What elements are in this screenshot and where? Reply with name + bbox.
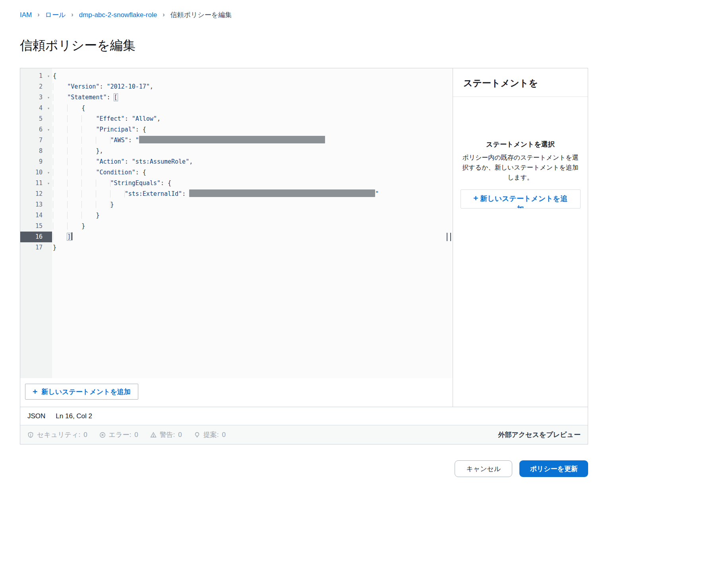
line-number: 17 — [20, 242, 52, 253]
code-line[interactable]: "Statement": [ — [53, 92, 453, 103]
gutter-line[interactable]: 13 — [20, 199, 52, 210]
gutter: 1▾23▾4▾56▾78910▾11▾121314151617 — [20, 68, 52, 378]
editor-status-bar: JSON Ln 16, Col 2 — [20, 407, 588, 425]
cursor-position: Ln 16, Col 2 — [56, 412, 92, 420]
code-token: { — [53, 72, 56, 79]
shield-icon — [27, 432, 34, 438]
cancel-button[interactable]: キャンセル — [455, 460, 512, 477]
gutter-line[interactable]: 1▾ — [20, 71, 52, 81]
fold-arrow-icon[interactable]: ▾ — [47, 92, 50, 103]
gutter-line[interactable]: 4▾ — [20, 103, 52, 114]
gutter-line[interactable]: 8 — [20, 146, 52, 156]
code-token: "2012-10-17" — [106, 83, 149, 90]
code-line[interactable]: { — [53, 71, 453, 81]
code-token — [53, 201, 110, 208]
gutter-line[interactable]: 2 — [20, 81, 52, 92]
gutter-line[interactable]: 10▾ — [20, 167, 52, 178]
code-token: } — [53, 244, 56, 251]
warning-findings: 警告: 0 — [150, 430, 182, 439]
code-token: } — [81, 222, 85, 230]
code-token: : — [99, 83, 106, 90]
side-panel-title: ステートメントを — [453, 68, 588, 97]
code-token — [53, 222, 81, 230]
chevron-right-icon: › — [37, 11, 39, 18]
code-token: } — [96, 212, 99, 219]
code-token — [53, 115, 96, 122]
code-token: : { — [136, 126, 146, 133]
breadcrumb-roles[interactable]: ロール — [45, 10, 66, 19]
code-token: "Allow" — [132, 115, 157, 122]
line-number: 14 — [20, 210, 52, 221]
code-token: }, — [96, 147, 103, 155]
plus-icon: + — [33, 387, 37, 396]
code-token: , — [150, 83, 153, 90]
code-token: : — [182, 190, 189, 197]
matched-bracket: [ — [114, 94, 118, 101]
chevron-right-icon: › — [163, 11, 165, 18]
code-token — [53, 180, 110, 187]
breadcrumb-role-name[interactable]: dmp-abc-2-snowflake-role — [79, 11, 157, 19]
breadcrumb-iam[interactable]: IAM — [20, 11, 32, 19]
gutter-line[interactable]: 16 — [20, 232, 52, 242]
line-number: 16 — [20, 232, 52, 242]
add-statement-button[interactable]: + 新しいステートメントを追加 — [25, 384, 138, 400]
json-code-editor[interactable]: 1▾23▾4▾56▾78910▾11▾121314151617 { "Versi… — [20, 68, 453, 378]
code-line[interactable]: "sts:ExternalId": " — [53, 189, 453, 199]
code-line[interactable]: "StringEquals": { — [53, 178, 453, 189]
code-token — [53, 190, 125, 197]
gutter-line[interactable]: 7 — [20, 135, 52, 146]
code-line[interactable]: "AWS": " — [53, 135, 453, 146]
code-token: " — [375, 190, 379, 197]
code-line[interactable]: } — [53, 221, 453, 232]
code-token: "Condition" — [96, 169, 135, 176]
code-token: "Action" — [96, 158, 124, 165]
fold-arrow-icon[interactable]: ▾ — [47, 71, 50, 81]
page-actions: キャンセル ポリシーを更新 — [20, 460, 588, 477]
matched-bracket: ] — [67, 233, 71, 240]
code-line[interactable]: ] — [53, 232, 453, 242]
code-lines[interactable]: { "Version": "2012-10-17", "Statement": … — [52, 68, 453, 378]
gutter-line[interactable]: 15 — [20, 221, 52, 232]
fold-arrow-icon[interactable]: ▾ — [47, 124, 50, 135]
gutter-line[interactable]: 17 — [20, 242, 52, 253]
empty-state-description: ポリシー内の既存のステートメントを選択するか、新しいステートメントを追加します。 — [461, 153, 581, 182]
code-line[interactable]: "Version": "2012-10-17", — [53, 81, 453, 92]
code-token: "AWS" — [110, 137, 128, 144]
code-line[interactable]: "Action": "sts:AssumeRole", — [53, 156, 453, 167]
code-token — [53, 147, 96, 155]
page-title: 信頼ポリシーを編集 — [20, 37, 588, 54]
warnings-label: 警告: — [160, 430, 175, 439]
gutter-line[interactable]: 5 — [20, 114, 52, 124]
code-line[interactable]: { — [53, 103, 453, 114]
gutter-line[interactable]: 3▾ — [20, 92, 52, 103]
code-line[interactable]: "Principal": { — [53, 124, 453, 135]
side-add-statement-button[interactable]: + 新しいステートメントを追加 — [461, 189, 581, 209]
code-line[interactable]: } — [53, 242, 453, 253]
fold-arrow-icon[interactable]: ▾ — [47, 103, 50, 114]
empty-state-title: ステートメントを選択 — [461, 140, 581, 149]
code-line[interactable]: }, — [53, 146, 453, 156]
code-token: { — [81, 104, 85, 112]
code-line[interactable]: } — [53, 210, 453, 221]
gutter-line[interactable]: 11▾ — [20, 178, 52, 189]
gutter-line[interactable]: 9 — [20, 156, 52, 167]
update-policy-button[interactable]: ポリシーを更新 — [519, 460, 588, 477]
code-line[interactable]: } — [53, 199, 453, 210]
code-line[interactable]: "Condition": { — [53, 167, 453, 178]
line-number: 8 — [20, 146, 52, 156]
validation-footer: セキュリティ: 0 エラー: 0 警告: 0 提案: 0 外部アクセスをプレビュ… — [20, 425, 588, 444]
code-token: : { — [161, 180, 171, 187]
fold-arrow-icon[interactable]: ▾ — [47, 178, 50, 189]
fold-arrow-icon[interactable]: ▾ — [47, 167, 50, 178]
code-token: "Principal" — [96, 126, 135, 133]
gutter-line[interactable]: 12 — [20, 189, 52, 199]
line-number: 2 — [20, 81, 52, 92]
code-line[interactable]: "Effect": "Allow", — [53, 114, 453, 124]
preview-external-access-link[interactable]: 外部アクセスをプレビュー — [498, 430, 581, 439]
gutter-line[interactable]: 14 — [20, 210, 52, 221]
gutter-line[interactable]: 6▾ — [20, 124, 52, 135]
code-token — [53, 137, 110, 144]
security-count: 0 — [83, 431, 87, 439]
warnings-count: 0 — [178, 431, 182, 439]
code-token: " — [136, 137, 139, 144]
